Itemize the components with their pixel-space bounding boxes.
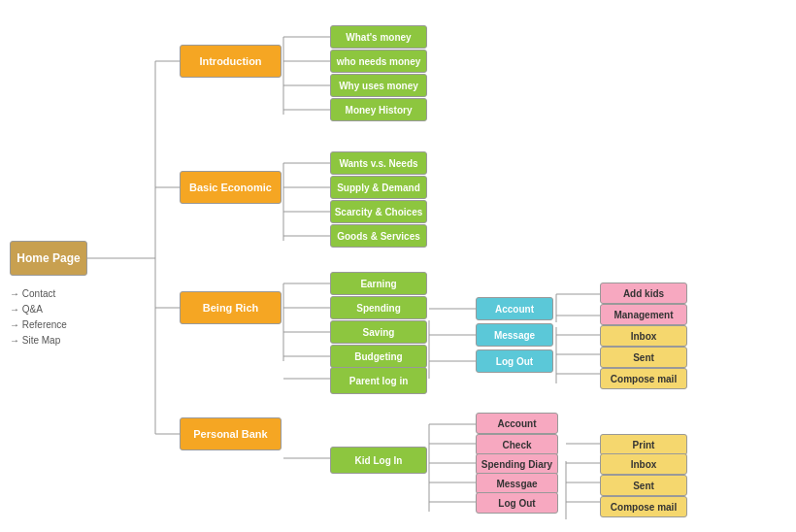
kid-logout-node: Log Out (476, 492, 558, 514)
budgeting-node: Budgeting (330, 345, 427, 368)
parent-login-node: Parent log in (330, 367, 427, 394)
parent-inbox-node: Inbox (600, 325, 687, 347)
diagram-container: Home Page Contact Q&A Reference Site Map… (0, 0, 796, 532)
home-node: Home Page (10, 241, 87, 276)
kid-inbox-node: Inbox (600, 453, 687, 475)
supply-demand-node: Supply & Demand (330, 176, 427, 199)
being-rich-label: Being Rich (203, 302, 258, 314)
management-node: Management (600, 304, 687, 325)
basic-economic-node: Basic Economic (180, 171, 282, 204)
who-needs-money-node: who needs money (330, 50, 427, 73)
parent-message-node: Message (476, 323, 553, 347)
home-sublinks: Contact Q&A Reference Site Map (10, 286, 67, 349)
qa-link: Q&A (10, 302, 67, 317)
parent-account-node: Account (476, 297, 553, 320)
contact-link: Contact (10, 286, 67, 302)
parent-compose-node: Compose mail (600, 368, 687, 389)
whats-money-node: What's money (330, 25, 427, 49)
personal-bank-node: Personal Bank (180, 417, 282, 450)
goods-services-node: Goods & Services (330, 224, 427, 248)
earning-node: Earning (330, 272, 427, 295)
home-label: Home Page (17, 251, 80, 265)
personal-bank-label: Personal Bank (193, 428, 267, 440)
sitemap-link: Site Map (10, 333, 67, 349)
kid-sent-node: Sent (600, 475, 687, 496)
parent-sent-node: Sent (600, 347, 687, 368)
wants-needs-node: Wants v.s. Needs (330, 151, 427, 175)
why-uses-money-node: Why uses money (330, 74, 427, 97)
print-node: Print (600, 434, 687, 455)
money-history-node: Money History (330, 98, 427, 121)
being-rich-node: Being Rich (180, 291, 282, 324)
kid-message-node: Messgae (476, 473, 558, 494)
introduction-node: Introduction (180, 45, 282, 78)
basic-economic-label: Basic Economic (189, 182, 272, 193)
parent-logout-node: Log Out (476, 349, 553, 373)
add-kids-node: Add kids (600, 283, 687, 304)
saving-node: Saving (330, 320, 427, 344)
kid-spending-diary-node: Spending Diary (476, 453, 558, 475)
kid-compose-node: Compose mail (600, 496, 687, 517)
introduction-label: Introduction (199, 55, 261, 67)
kid-check-node: Check (476, 434, 558, 455)
reference-link: Reference (10, 317, 67, 333)
spending-node: Spending (330, 296, 427, 319)
kid-account-node: Account (476, 413, 558, 434)
kid-login-node: Kid Log In (330, 447, 427, 474)
scarcity-choices-node: Scarcity & Choices (330, 200, 427, 223)
